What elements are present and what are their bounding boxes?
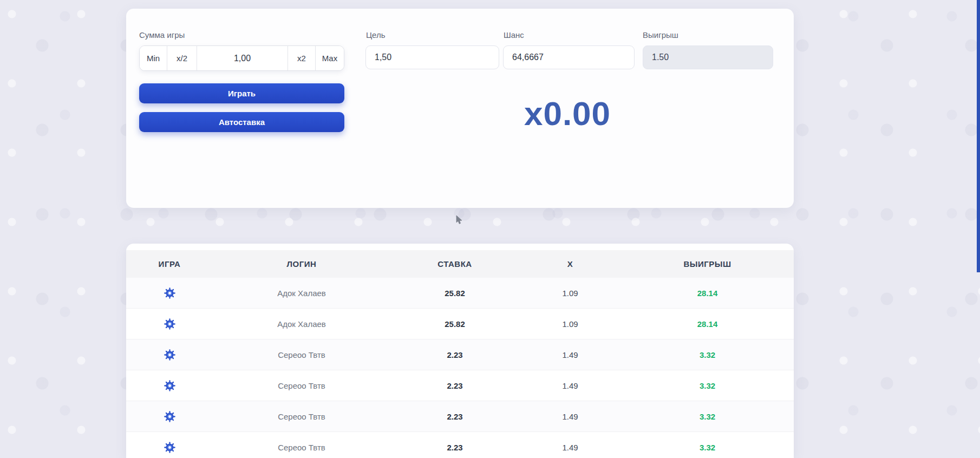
multiplier-result: x0.00 bbox=[432, 94, 703, 133]
bet-panel: Сумма игры Min x/2 x2 Max Цель Шанс Выиг… bbox=[126, 9, 794, 208]
win-cell: 3.32 bbox=[621, 381, 794, 390]
gear-icon bbox=[164, 349, 176, 361]
history-panel: ИГРА ЛОГИН СТАВКА X ВЫИГРЫШ bbox=[126, 244, 794, 458]
multiplier-cell: 1.09 bbox=[519, 319, 621, 329]
play-button[interactable]: Играть bbox=[139, 83, 344, 103]
chance-label: Шанс bbox=[504, 30, 524, 40]
game-cell[interactable] bbox=[126, 318, 213, 330]
half-button[interactable]: x/2 bbox=[167, 46, 197, 70]
game-cell[interactable] bbox=[126, 380, 213, 392]
autobet-button[interactable]: Автоставка bbox=[139, 112, 344, 132]
multiplier-cell: 1.49 bbox=[519, 350, 621, 359]
win-label: Выигрыш bbox=[643, 30, 678, 40]
amount-control-group: Min x/2 x2 Max bbox=[139, 45, 344, 71]
gear-icon bbox=[164, 380, 176, 392]
bet-cell: 25.82 bbox=[390, 289, 519, 298]
column-header-login: ЛОГИН bbox=[213, 259, 390, 269]
bet-cell: 2.23 bbox=[390, 412, 519, 421]
column-header-x: X bbox=[519, 259, 621, 269]
page-scrollbar-thumb[interactable] bbox=[977, 0, 980, 272]
table-row: Сереоо Твтв 2.23 1.49 3.32 bbox=[126, 401, 794, 432]
min-button[interactable]: Min bbox=[140, 46, 167, 70]
login-cell: Сереоо Твтв bbox=[213, 412, 390, 421]
win-cell: 3.32 bbox=[621, 350, 794, 359]
column-header-bet: СТАВКА bbox=[390, 259, 519, 269]
gear-icon bbox=[164, 441, 176, 454]
target-label: Цель bbox=[366, 30, 386, 40]
table-body: Адок Халаев 25.82 1.09 28.14 bbox=[126, 278, 794, 458]
bet-cell: 25.82 bbox=[390, 319, 519, 329]
bet-cell: 2.23 bbox=[390, 443, 519, 452]
gear-icon bbox=[164, 287, 176, 299]
win-input bbox=[643, 45, 773, 69]
gear-icon bbox=[164, 318, 176, 330]
login-cell: Сереоо Твтв bbox=[213, 381, 390, 390]
game-cell[interactable] bbox=[126, 349, 213, 361]
login-cell: Адок Халаев bbox=[213, 289, 390, 298]
win-cell: 28.14 bbox=[621, 319, 794, 329]
column-header-game: ИГРА bbox=[126, 259, 213, 269]
chance-input[interactable] bbox=[503, 45, 635, 69]
win-cell: 3.32 bbox=[621, 443, 794, 452]
game-cell[interactable] bbox=[126, 410, 213, 423]
amount-input[interactable] bbox=[197, 46, 288, 70]
login-cell: Сереоо Твтв bbox=[213, 443, 390, 452]
amount-label: Сумма игры bbox=[139, 30, 185, 40]
table-row: Сереоо Твтв 2.23 1.49 3.32 bbox=[126, 339, 794, 370]
table-row: Сереоо Твтв 2.23 1.49 3.32 bbox=[126, 370, 794, 401]
multiplier-cell: 1.09 bbox=[519, 289, 621, 298]
table-header-row: ИГРА ЛОГИН СТАВКА X ВЫИГРЫШ bbox=[126, 250, 794, 278]
double-button[interactable]: x2 bbox=[288, 46, 316, 70]
target-input[interactable] bbox=[365, 45, 499, 69]
max-button[interactable]: Max bbox=[316, 46, 344, 70]
multiplier-cell: 1.49 bbox=[519, 381, 621, 390]
win-cell: 3.32 bbox=[621, 412, 794, 421]
multiplier-cell: 1.49 bbox=[519, 443, 621, 452]
column-header-win: ВЫИГРЫШ bbox=[621, 259, 794, 269]
login-cell: Адок Халаев bbox=[213, 319, 390, 329]
gear-icon bbox=[164, 410, 176, 423]
mouse-cursor-icon bbox=[456, 215, 462, 225]
table-row: Сереоо Твтв 2.23 1.49 3.32 bbox=[126, 432, 794, 458]
multiplier-cell: 1.49 bbox=[519, 412, 621, 421]
bet-cell: 2.23 bbox=[390, 381, 519, 390]
login-cell: Сереоо Твтв bbox=[213, 350, 390, 359]
game-cell[interactable] bbox=[126, 441, 213, 454]
game-cell[interactable] bbox=[126, 287, 213, 299]
table-row: Адок Халаев 25.82 1.09 28.14 bbox=[126, 278, 794, 309]
table-row: Адок Халаев 25.82 1.09 28.14 bbox=[126, 309, 794, 339]
win-cell: 28.14 bbox=[621, 289, 794, 298]
bet-cell: 2.23 bbox=[390, 350, 519, 359]
